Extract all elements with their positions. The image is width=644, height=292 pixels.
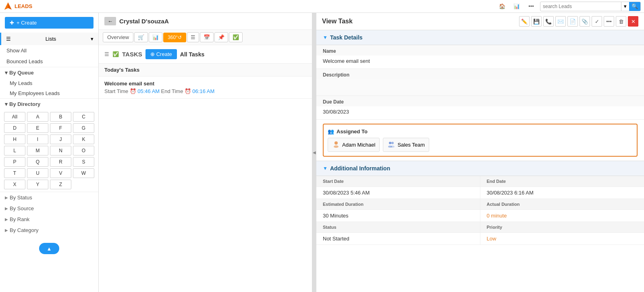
- alpha-z[interactable]: Z: [50, 180, 71, 189]
- chart-button[interactable]: 📊: [511, 1, 522, 12]
- alpha-o[interactable]: O: [73, 146, 94, 155]
- close-button[interactable]: ✕: [628, 16, 638, 27]
- alpha-all[interactable]: All: [4, 112, 25, 122]
- team-icon: [387, 140, 395, 149]
- tasks-section: ☰ ✅ TASKS ⊕ Create All Tasks Today's Tas…: [99, 45, 312, 292]
- alpha-p[interactable]: P: [4, 157, 25, 167]
- task-name: Welcome email sent: [104, 81, 306, 87]
- phone-button[interactable]: 📞: [543, 16, 554, 27]
- by-category-toggle[interactable]: ▶ By Category: [0, 225, 98, 236]
- assigned-to-label: 👥 Assigned To: [328, 128, 633, 135]
- additional-info-header[interactable]: ▼ Additional Information: [316, 161, 644, 176]
- alpha-d[interactable]: D: [4, 123, 25, 133]
- task-details-form: Name Welcome email sent Description Due …: [316, 45, 644, 120]
- alpha-s[interactable]: S: [73, 157, 94, 167]
- by-status-toggle[interactable]: ▶ By Status: [0, 192, 98, 203]
- assigned-to-box: 👥 Assigned To Adam Michael: [323, 124, 638, 157]
- sidebar-item-bounced-leads[interactable]: Bounced Leads: [0, 56, 98, 67]
- alpha-a[interactable]: A: [27, 112, 48, 122]
- search-input[interactable]: [540, 4, 621, 9]
- estimated-duration-label: Estimated Duration: [316, 199, 480, 210]
- alpha-c[interactable]: C: [73, 112, 94, 122]
- alpha-r[interactable]: R: [50, 157, 71, 167]
- tab-check[interactable]: ✅: [229, 32, 243, 42]
- alpha-g[interactable]: G: [73, 123, 94, 133]
- create-button[interactable]: ✚ + Create: [5, 17, 93, 29]
- main-layout: ✚ + Create ☰ Lists ▾ Show All Bounced Le…: [0, 13, 644, 292]
- additional-info-arrow: ▼: [323, 166, 328, 171]
- edit-button[interactable]: ✏️: [519, 16, 530, 27]
- email-button[interactable]: ✉️: [555, 16, 566, 27]
- lists-label: Lists: [46, 36, 56, 42]
- alpha-m[interactable]: M: [27, 146, 48, 155]
- sidebar-item-my-leads[interactable]: My Leads: [0, 78, 98, 88]
- alpha-x[interactable]: X: [4, 180, 25, 189]
- tab-calendar[interactable]: 📅: [200, 32, 214, 42]
- app-name: LEADS: [15, 3, 32, 9]
- tasks-create-button[interactable]: ⊕ Create: [145, 49, 177, 59]
- tab-chart[interactable]: 📊: [149, 32, 162, 42]
- alpha-t[interactable]: T: [4, 168, 25, 178]
- arrow-right-icon-rank: ▶: [5, 217, 8, 222]
- delete-button[interactable]: 🗑: [616, 16, 626, 27]
- more-actions-button[interactable]: •••: [604, 16, 614, 27]
- end-date-value: 30/08/2023 6:16 AM: [480, 187, 644, 199]
- alpha-e[interactable]: E: [27, 123, 48, 133]
- alpha-k[interactable]: K: [73, 135, 94, 144]
- alpha-n[interactable]: N: [50, 146, 71, 155]
- by-source-toggle[interactable]: ▶ By Source: [0, 203, 98, 214]
- by-queue-toggle[interactable]: ▾ By Queue: [0, 67, 98, 78]
- alpha-b[interactable]: B: [50, 112, 71, 122]
- end-date-label: End Date: [480, 176, 644, 187]
- svg-point-2: [334, 141, 338, 145]
- alpha-f[interactable]: F: [50, 123, 71, 133]
- task-details-title: Task Details: [330, 34, 363, 41]
- tasks-header-row: ☰ ✅ TASKS ⊕ Create All Tasks: [99, 45, 312, 64]
- sidebar: ✚ + Create ☰ Lists ▾ Show All Bounced Le…: [0, 13, 99, 292]
- save-button[interactable]: 💾: [531, 16, 542, 27]
- home-button[interactable]: 🏠: [497, 1, 508, 12]
- view-task-header: View Task ✏️ 💾 📞 ✉️ 📄 📎 ✓ ••• 🗑 ✕: [316, 13, 644, 30]
- assigned-team-chip[interactable]: Sales Team: [383, 138, 429, 152]
- tab-menu[interactable]: ☰: [187, 32, 199, 42]
- scroll-up-button[interactable]: ▲: [39, 243, 59, 254]
- assigned-person-name: Adam Michael: [342, 142, 375, 148]
- start-time-value: 05:46 AM: [137, 88, 160, 94]
- by-directory-toggle[interactable]: ▾ By Directory: [0, 99, 98, 110]
- plus-icon: ✚: [10, 20, 14, 26]
- duration-label-row: Estimated Duration Actual Duration: [316, 199, 644, 210]
- alpha-v[interactable]: V: [50, 168, 71, 178]
- alpha-j[interactable]: J: [50, 135, 71, 144]
- attach-button[interactable]: 📎: [580, 16, 590, 27]
- alpha-h[interactable]: H: [4, 135, 25, 144]
- check-button[interactable]: ✓: [592, 16, 602, 27]
- actual-duration-value: 0 minute: [480, 210, 644, 222]
- tab-cart[interactable]: 🛒: [134, 32, 148, 42]
- lists-header[interactable]: ☰ Lists ▾: [0, 33, 98, 45]
- lead-tabs: Overview 🛒 📊 360°↺ ☰ 📅 📌 ✅: [99, 30, 312, 45]
- alpha-u[interactable]: U: [27, 168, 48, 178]
- alpha-i[interactable]: I: [27, 135, 48, 144]
- assigned-person-chip[interactable]: Adam Michael: [328, 138, 380, 152]
- by-rank-toggle[interactable]: ▶ By Rank: [0, 214, 98, 225]
- tab-overview[interactable]: Overview: [103, 32, 133, 42]
- search-dropdown-button[interactable]: ▾: [621, 2, 629, 11]
- alpha-y[interactable]: Y: [27, 180, 48, 189]
- alpha-w[interactable]: W: [73, 168, 94, 178]
- more-button[interactable]: •••: [526, 1, 537, 12]
- topbar-icons: 🏠 📊 •••: [497, 1, 537, 12]
- task-details-section-header[interactable]: ▼ Task Details: [316, 30, 644, 45]
- sidebar-item-my-employees-leads[interactable]: My Employees Leads: [0, 88, 98, 98]
- back-button[interactable]: ←: [104, 17, 116, 25]
- note-button[interactable]: 📄: [567, 16, 578, 27]
- sidebar-item-show-all[interactable]: Show All: [0, 45, 98, 56]
- tab-pin[interactable]: 📌: [214, 32, 228, 42]
- task-row[interactable]: Welcome email sent Start Time ⏰ 05:46 AM…: [99, 77, 312, 99]
- chevron-down-icon: ▾: [5, 70, 8, 76]
- alpha-l[interactable]: L: [4, 146, 25, 155]
- tasks-menu-icon[interactable]: ☰: [104, 51, 109, 57]
- tab-360[interactable]: 360°↺: [163, 33, 186, 42]
- alpha-q[interactable]: Q: [27, 157, 48, 167]
- search-submit-button[interactable]: 🔍: [629, 2, 640, 11]
- collapse-divider[interactable]: ◀: [312, 13, 316, 292]
